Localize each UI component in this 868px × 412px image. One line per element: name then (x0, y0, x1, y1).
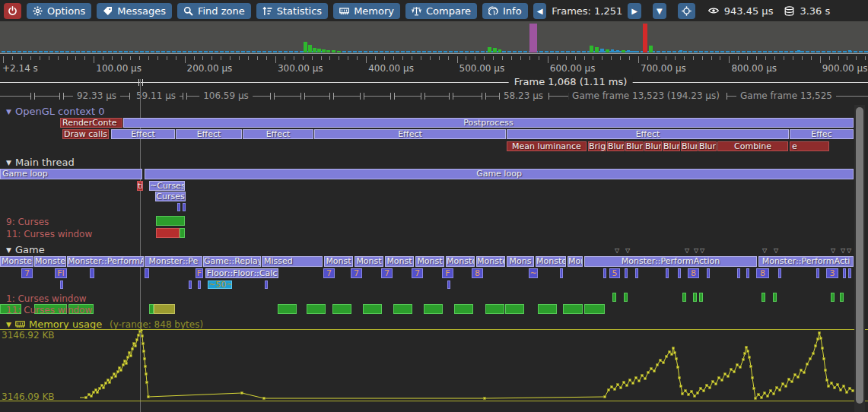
zone-monster-performa[interactable]: Monster::PerformA (67, 256, 144, 267)
section-header-game[interactable]: ▼Game (6, 244, 45, 255)
zone-renderconte[interactable]: RenderConte (60, 118, 122, 128)
statistics-button[interactable]: Statistics (256, 3, 328, 19)
collapse-icon[interactable]: ▼ (6, 108, 11, 116)
compare-button[interactable]: Compare (405, 3, 477, 19)
zone-bar[interactable] (180, 228, 185, 238)
message-marker-icon[interactable]: ▽ (841, 248, 845, 254)
zone-bar[interactable] (678, 268, 681, 278)
zone-7[interactable]: 7 (323, 268, 335, 278)
zone-bar[interactable] (90, 268, 94, 278)
zone-monste[interactable]: Monste (0, 256, 33, 267)
zone-monster-pe[interactable]: Monster::Pe (145, 256, 202, 267)
zone-bar[interactable] (454, 304, 473, 314)
zone-fl[interactable]: Fl (55, 268, 67, 278)
zone-postprocess[interactable]: Postprocess (123, 118, 854, 128)
zone-mons[interactable]: Mons (568, 256, 583, 267)
zone-missed[interactable]: Missed (262, 256, 323, 267)
zone-bar[interactable] (538, 304, 557, 314)
zone-effect[interactable]: Effect (176, 129, 242, 139)
zone-bar[interactable] (60, 280, 63, 289)
zone-bar[interactable] (363, 304, 382, 314)
frame-histogram[interactable] (0, 21, 868, 53)
zone-ti[interactable]: ti (137, 181, 143, 191)
zone-blur[interactable]: Blur (698, 141, 717, 151)
zone-blur[interactable]: Blur (607, 141, 625, 151)
zone-7[interactable]: 7 (21, 268, 33, 278)
zone-bar[interactable] (485, 304, 504, 314)
zone-bar[interactable] (848, 268, 851, 278)
zone-effect[interactable]: Effect (243, 129, 313, 139)
zone-bar[interactable] (666, 268, 669, 278)
zone-bar[interactable] (393, 304, 412, 314)
section-header-memory-usage[interactable]: ▼Memory usage (y-range: 848 bytes) (6, 319, 203, 330)
zone-bar[interactable] (635, 268, 638, 278)
zone-monster-pe[interactable]: Monster::Pe (536, 256, 566, 267)
message-marker-icon[interactable]: ▽ (694, 248, 698, 254)
memory-usage-graph[interactable] (0, 329, 868, 412)
prev-frame-button[interactable]: ◀ (533, 3, 547, 19)
collapse-icon[interactable]: ▼ (6, 246, 11, 254)
zone-bar[interactable] (154, 304, 175, 314)
zone-bar[interactable] (693, 293, 697, 302)
zone-bar[interactable] (278, 304, 297, 314)
section-header-opengl-context[interactable]: ▼OpenGL context 0 (6, 106, 105, 117)
zone-bar[interactable] (156, 216, 185, 226)
zone-bar[interactable] (737, 268, 740, 278)
frame-separator-row[interactable]: 92.33 µs59.11 µs106.59 µs58.23 µsGame fr… (0, 89, 868, 103)
zone-monst[interactable]: Monst (385, 256, 414, 267)
zone-7[interactable]: 7 (412, 268, 423, 278)
zone-game-loop[interactable]: Game loop (0, 169, 142, 179)
zone-8[interactable]: 8 (756, 268, 769, 278)
zone-bar[interactable] (778, 268, 781, 278)
zone-bar[interactable] (505, 304, 524, 314)
scrollbar-thumb[interactable] (856, 107, 863, 404)
power-button[interactable] (4, 3, 21, 19)
message-marker-icon[interactable]: ▽ (847, 248, 851, 254)
zone-bar[interactable] (746, 268, 749, 278)
section-header-main-thread[interactable]: ▼Main thread (6, 157, 75, 168)
time-axis[interactable]: +2.14 s100.00 µs200.00 µs300.00 µs400.00… (0, 53, 868, 74)
message-marker-icon[interactable]: ▽ (700, 248, 704, 254)
zone-bar[interactable] (682, 293, 686, 302)
zone-bar[interactable] (198, 280, 201, 289)
memory-button[interactable]: Memory (333, 3, 400, 19)
zone-7[interactable]: 7 (381, 268, 393, 278)
zone-5[interactable]: 5 (609, 268, 620, 278)
zone-7[interactable]: 7 (351, 268, 362, 278)
vertical-scrollbar[interactable] (854, 105, 865, 412)
zone-bar[interactable] (332, 304, 351, 314)
center-view-button[interactable] (678, 3, 695, 19)
zone-bar[interactable] (612, 293, 616, 302)
zone-monste[interactable]: Monste (476, 256, 505, 267)
zone-monster-performacti[interactable]: Monster::PerformActi (758, 256, 854, 267)
message-marker-icon[interactable]: ▽ (615, 248, 619, 254)
zone-brigh[interactable]: Brigh (588, 141, 606, 151)
zone-bar[interactable] (831, 293, 835, 302)
zone-bar[interactable] (699, 293, 703, 302)
zone-50[interactable]: ~50~ (208, 280, 232, 289)
zone-blur[interactable]: Blur (625, 141, 644, 151)
zone-effect[interactable]: Effect (111, 129, 175, 139)
options-button[interactable]: Options (27, 3, 91, 19)
zone-bar[interactable] (265, 280, 268, 289)
zone-f[interactable]: F (442, 268, 453, 278)
message-marker-icon[interactable]: ▽ (625, 248, 630, 254)
zone-8[interactable]: 8 (688, 268, 699, 278)
collapse-icon[interactable]: ▼ (6, 321, 11, 328)
zone-floor-floor-calc[interactable]: Floor::Floor::Calc (205, 268, 278, 278)
zone-game-replay[interactable]: Game::Replay (203, 256, 261, 267)
zone-curses[interactable]: ~Curses (149, 181, 185, 191)
zone-draw-calls[interactable]: Draw calls (62, 129, 109, 139)
zone-bar[interactable] (773, 293, 777, 302)
messages-button[interactable]: Messages (97, 3, 172, 19)
zone-blur[interactable]: Blur (681, 141, 698, 151)
zone-bar[interactable] (145, 268, 149, 278)
zone-bar[interactable] (183, 203, 186, 211)
zone-bar[interactable] (177, 203, 180, 211)
zone-bar[interactable] (156, 228, 180, 238)
zone-mean-luminance[interactable]: Mean luminance (507, 141, 587, 151)
find-zone-button[interactable]: Find zone (177, 3, 251, 19)
zone-effect[interactable]: Effect (507, 129, 789, 139)
message-marker-icon[interactable]: ▽ (685, 248, 689, 254)
zone-game-loop[interactable]: Game loop (145, 169, 854, 179)
